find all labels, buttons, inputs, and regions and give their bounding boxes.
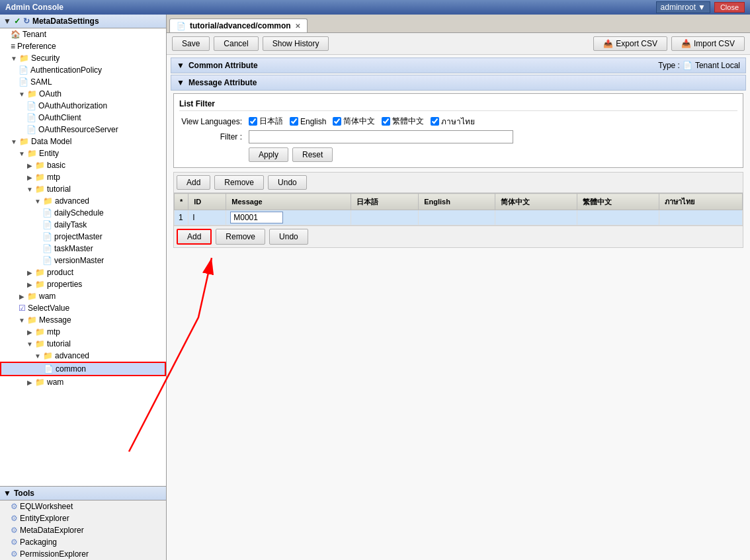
sidebar-item-auth-policy[interactable]: 📄 AuthenticationPolicy <box>0 64 166 76</box>
sidebar-item-security[interactable]: ▼ 📁 Security <box>0 52 166 64</box>
sidebar-item-saml[interactable]: 📄 SAML <box>0 76 166 88</box>
tab-common[interactable]: 📄 tutorial/advanced/common ✕ <box>169 19 308 32</box>
lang-traditional-chinese[interactable]: 繁體中文 <box>382 116 424 127</box>
list-filter-box: List Filter View Languages: 日本語 English <box>173 93 743 168</box>
sidebar-item-mtp[interactable]: ▶ 📁 mtp <box>0 171 166 183</box>
save-button[interactable]: Save <box>172 36 210 51</box>
select-value-check: ☑ <box>19 303 26 313</box>
sidebar-item-oauth-client[interactable]: 📄 OAuthClient <box>0 112 166 124</box>
table-row: 1 I <box>175 210 743 225</box>
close-button[interactable]: Close <box>714 2 745 13</box>
sidebar-item-advanced-msg[interactable]: ▼ 📁 advanced <box>0 350 166 362</box>
grid-remove-button-bottom[interactable]: Remove <box>216 229 265 245</box>
sidebar-item-packaging[interactable]: ⚙ Packaging <box>0 536 166 548</box>
sidebar-item-oauth[interactable]: ▼ 📁 OAuth <box>0 88 166 100</box>
sidebar-item-entity-explorer[interactable]: ⚙ EntityExplorer <box>0 512 166 524</box>
sidebar-item-advanced-entity[interactable]: ▼ 📁 advanced <box>0 195 166 207</box>
col-english: English <box>419 194 495 210</box>
grid-add-button-bottom[interactable]: Add <box>177 229 212 245</box>
sidebar-item-tutorial-entity[interactable]: ▼ 📁 tutorial <box>0 183 166 195</box>
sidebar-item-daily-task[interactable]: 📄 dailyTask <box>0 219 166 231</box>
sidebar-item-oauth-resource[interactable]: 📄 OAuthResourceServer <box>0 124 166 136</box>
lang-simplified-chinese-checkbox[interactable] <box>333 117 341 126</box>
expand-tools-icon: ▼ <box>3 489 11 498</box>
sidebar-item-data-model[interactable]: ▼ 📁 Data Model <box>0 136 166 147</box>
sidebar-item-message[interactable]: ▼ 📁 Message <box>0 314 166 326</box>
oauth-resource-icon: 📄 <box>26 125 36 134</box>
packaging-label: Packaging <box>20 538 57 547</box>
grid-container: Add Remove Undo * ID Message 日本語 English… <box>173 172 743 248</box>
col-id: ID <box>188 194 226 210</box>
sidebar-item-entity[interactable]: ▼ 📁 Entity <box>0 147 166 159</box>
row-id-input[interactable] <box>230 212 283 223</box>
security-folder-icon: 📁 <box>19 54 29 63</box>
lang-english[interactable]: English <box>290 117 326 126</box>
oauth-auth-label: OAuthAuthorization <box>38 101 107 110</box>
sidebar-item-mtp-msg[interactable]: ▶ 📁 mtp <box>0 326 166 338</box>
sidebar-item-common[interactable]: 📄 common <box>0 362 166 376</box>
daily-task-icon: 📄 <box>42 220 52 229</box>
sidebar-item-tutorial-msg[interactable]: ▼ 📁 tutorial <box>0 338 166 350</box>
row-num: 1 <box>175 210 188 225</box>
grid-undo-button-bottom[interactable]: Undo <box>269 229 308 245</box>
sidebar-item-wam-entity[interactable]: ▶ 📁 wam <box>0 290 166 302</box>
apply-button[interactable]: Apply <box>249 147 288 162</box>
sidebar-item-eql[interactable]: ⚙ EQLWorksheet <box>0 500 166 512</box>
import-csv-button[interactable]: 📥 Import CSV <box>671 36 745 51</box>
collapse-common-icon[interactable]: ▼ <box>177 61 185 70</box>
lang-english-label: English <box>300 117 326 126</box>
eql-icon: ⚙ <box>11 502 18 511</box>
reset-button[interactable]: Reset <box>292 147 333 162</box>
lang-japanese[interactable]: 日本語 <box>249 116 283 127</box>
sidebar-item-properties[interactable]: ▶ 📁 properties <box>0 278 166 290</box>
grid-remove-button-top[interactable]: Remove <box>214 175 264 190</box>
sidebar-item-preference[interactable]: ≡ Preference <box>0 40 166 52</box>
filter-input[interactable] <box>249 130 513 143</box>
sidebar-item-permission-explorer[interactable]: ⚙ PermissionExplorer <box>0 548 166 560</box>
product-label: product <box>47 268 73 277</box>
sidebar-item-project-master[interactable]: 📄 projectMaster <box>0 231 166 243</box>
lang-thai-checkbox[interactable] <box>431 117 439 126</box>
row-id-cell[interactable] <box>226 210 351 225</box>
sidebar-item-oauth-auth[interactable]: 📄 OAuthAuthorization <box>0 100 166 112</box>
view-languages-row: View Languages: 日本語 English 简体中文 <box>179 115 737 128</box>
sidebar-item-metadata-explorer[interactable]: ⚙ MetaDataExplorer <box>0 524 166 536</box>
metadata-settings-header[interactable]: ▼ ✓ ↻ MetaDataSettings <box>0 15 166 28</box>
sidebar-item-tenant[interactable]: 🏠 Tenant <box>0 28 166 40</box>
show-history-button[interactable]: Show History <box>263 36 329 51</box>
cancel-button[interactable]: Cancel <box>214 36 258 51</box>
eql-label: EQLWorksheet <box>20 502 73 511</box>
sidebar-item-wam-msg[interactable]: ▶ 📁 wam <box>0 376 166 388</box>
metadata-explorer-icon: ⚙ <box>11 526 18 535</box>
sidebar-item-version-master[interactable]: 📄 versionMaster <box>0 255 166 266</box>
export-csv-button[interactable]: 📤 Export CSV <box>593 36 667 51</box>
sidebar-item-basic[interactable]: ▶ 📁 basic <box>0 159 166 171</box>
lang-japanese-checkbox[interactable] <box>249 117 257 126</box>
entity-label: Entity <box>39 149 59 158</box>
tools-header[interactable]: ▼ Tools <box>0 487 166 500</box>
grid-add-button-top[interactable]: Add <box>177 175 210 190</box>
permission-explorer-label: PermissionExplorer <box>20 549 89 559</box>
sidebar-item-task-master[interactable]: 📄 taskMaster <box>0 243 166 255</box>
grid-undo-button-top[interactable]: Undo <box>268 175 307 190</box>
sidebar-item-product[interactable]: ▶ 📁 product <box>0 266 166 278</box>
metadata-settings-label: MetaDataSettings <box>32 17 99 26</box>
sidebar-item-daily-schedule[interactable]: 📄 dailySchedule <box>0 207 166 219</box>
lang-simplified-chinese[interactable]: 简体中文 <box>333 116 375 127</box>
message-attribute-label: Message Attribute <box>188 78 257 87</box>
wam-entity-folder-icon: 📁 <box>27 292 37 301</box>
sidebar-item-select-value[interactable]: ☑ SelectValue <box>0 302 166 314</box>
properties-label: properties <box>47 280 82 289</box>
refresh-icon[interactable]: ↻ <box>23 17 30 26</box>
lang-english-checkbox[interactable] <box>290 117 298 126</box>
row-message <box>351 210 419 225</box>
lang-traditional-chinese-checkbox[interactable] <box>382 117 390 126</box>
user-menu[interactable]: adminroot ▼ <box>656 1 710 13</box>
tab-close-icon[interactable]: ✕ <box>295 22 300 30</box>
expand-icon: ▼ <box>3 17 11 26</box>
expand-advanced-msg-icon: ▼ <box>34 352 41 360</box>
import-label: Import CSV <box>694 39 735 48</box>
collapse-message-icon[interactable]: ▼ <box>177 78 185 87</box>
oauth-auth-icon: 📄 <box>26 101 36 110</box>
lang-thai[interactable]: ภาษาไทย <box>431 115 475 128</box>
